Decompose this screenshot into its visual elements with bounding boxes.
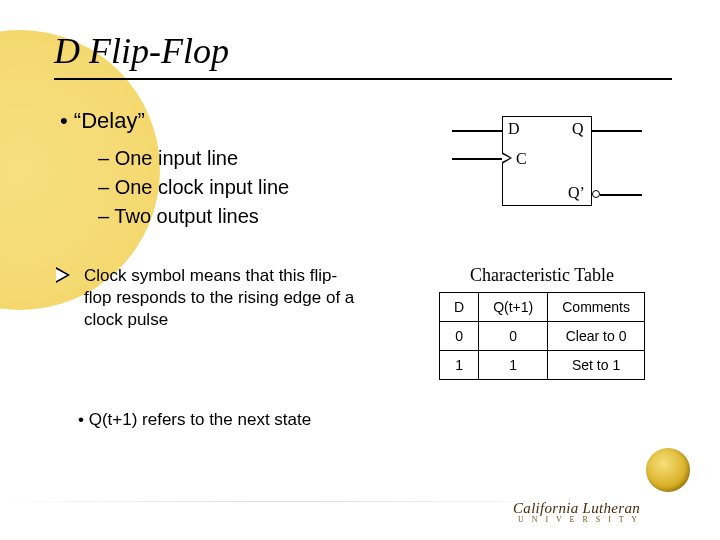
logo-brand-text: California Lutheran <box>513 501 640 516</box>
cell: 0 <box>440 322 479 351</box>
label-q-prime: Q’ <box>568 184 585 202</box>
th-d: D <box>440 293 479 322</box>
wire-clock-input <box>452 158 502 160</box>
label-c: C <box>516 150 527 168</box>
table-header-row: D Q(t+1) Comments <box>440 293 645 322</box>
table-row: 1 1 Set to 1 <box>440 351 645 380</box>
sub-bullet-outputs: Two output lines <box>98 202 422 231</box>
clock-symbol-icon <box>54 265 84 285</box>
label-q: Q <box>572 120 584 138</box>
description-column: “Delay” One input line One clock input l… <box>54 108 422 231</box>
cell: 0 <box>479 322 548 351</box>
label-d: D <box>508 120 520 138</box>
th-qnext: Q(t+1) <box>479 293 548 322</box>
logo-seal-icon <box>646 448 690 492</box>
th-comments: Comments <box>548 293 645 322</box>
bullet-next-state: Q(t+1) refers to the next state <box>78 410 672 430</box>
slide-content: D Flip-Flop “Delay” One input line One c… <box>0 0 720 430</box>
row-clocknote-and-table: Clock symbol means that this flip-flop r… <box>54 265 672 380</box>
cell: Clear to 0 <box>548 322 645 351</box>
cell: 1 <box>440 351 479 380</box>
slide-title: D Flip-Flop <box>54 30 672 72</box>
row-description-and-diagram: “Delay” One input line One clock input l… <box>54 108 672 231</box>
logo-sub-text: U N I V E R S I T Y <box>513 516 640 524</box>
wire-d-input <box>452 130 502 132</box>
bullet-delay: “Delay” <box>60 108 422 134</box>
footer-divider <box>0 501 570 502</box>
title-underline <box>54 78 672 80</box>
sub-bullet-input: One input line <box>98 144 422 173</box>
inverter-bubble <box>592 190 600 198</box>
cell: 1 <box>479 351 548 380</box>
wire-q-output <box>592 130 642 132</box>
characteristic-table-wrap: Characteristic Table D Q(t+1) Comments 0… <box>412 265 672 380</box>
clock-edge-triangle-fill <box>502 154 510 162</box>
sub-bullet-clock: One clock input line <box>98 173 422 202</box>
wire-q-prime-output <box>600 194 642 196</box>
characteristic-table: D Q(t+1) Comments 0 0 Clear to 0 1 1 Set… <box>439 292 645 380</box>
table-caption: Characteristic Table <box>412 265 672 286</box>
university-logo: California Lutheran U N I V E R S I T Y <box>513 465 690 524</box>
clock-symbol-note: Clock symbol means that this flip-flop r… <box>84 265 364 331</box>
table-row: 0 0 Clear to 0 <box>440 322 645 351</box>
cell: Set to 1 <box>548 351 645 380</box>
flipflop-diagram: D C Q Q’ <box>422 108 672 228</box>
